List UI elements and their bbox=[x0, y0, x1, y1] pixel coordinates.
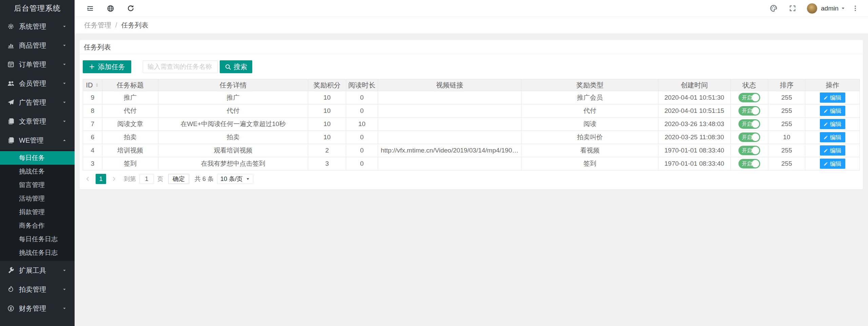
edit-button[interactable]: 编辑 bbox=[820, 132, 845, 142]
status-toggle[interactable]: 开启 bbox=[738, 159, 760, 168]
palette-icon bbox=[770, 4, 777, 12]
sidebar-subitem[interactable]: 捐款管理 bbox=[0, 205, 75, 219]
language-globe-button[interactable] bbox=[100, 0, 121, 17]
column-header: 任务详情 bbox=[158, 79, 308, 91]
main-column: admin 任务管理 / 任务列表 任务列表 添加任务 bbox=[75, 0, 868, 326]
sidebar-subitem[interactable]: 每日任务日志 bbox=[0, 232, 75, 246]
sidebar-item-auction[interactable]: 拍卖管理 bbox=[0, 280, 75, 299]
refresh-button[interactable] bbox=[121, 0, 141, 17]
sidebar-subitem[interactable]: 活动管理 bbox=[0, 192, 75, 205]
breadcrumb-task-management[interactable]: 任务管理 bbox=[84, 21, 111, 30]
cell-created-time: 1970-01-01 08:33:40 bbox=[658, 144, 730, 157]
more-menu-button[interactable] bbox=[845, 0, 861, 17]
cell-duration: 10 bbox=[346, 118, 378, 131]
collapse-sidebar-button[interactable] bbox=[80, 0, 100, 17]
sidebar-item-orders[interactable]: 订单管理 bbox=[0, 55, 75, 74]
edit-label: 编辑 bbox=[830, 134, 842, 141]
avatar[interactable] bbox=[807, 3, 817, 14]
status-toggle[interactable]: 开启 bbox=[738, 146, 760, 155]
cell-video-link bbox=[378, 91, 521, 104]
edit-button[interactable]: 编辑 bbox=[820, 159, 845, 169]
sidebar-item-goods[interactable]: 商品管理 bbox=[0, 36, 75, 55]
status-toggle-label: 开启 bbox=[742, 95, 752, 101]
select-caret-icon-svg bbox=[246, 177, 250, 181]
sidebar-subitem[interactable]: 商务合作 bbox=[0, 219, 75, 232]
edit-button[interactable]: 编辑 bbox=[820, 93, 845, 103]
sidebar-subitem[interactable]: 留言管理 bbox=[0, 178, 75, 192]
column-header: 排序 bbox=[768, 79, 805, 91]
yen-icon bbox=[7, 305, 14, 312]
table-row: 9推广推广100推广会员2020-04-01 10:51:30开启255编辑 bbox=[83, 91, 860, 104]
status-toggle[interactable]: 开启 bbox=[738, 106, 760, 116]
cell-created-time: 2020-03-25 11:08:30 bbox=[658, 131, 730, 144]
cell-actions: 编辑 bbox=[805, 157, 860, 170]
theme-palette-button[interactable] bbox=[764, 0, 783, 17]
cell-sort: 255 bbox=[768, 118, 805, 131]
goto-page-input[interactable] bbox=[139, 174, 154, 184]
sidebar-subitem[interactable]: 每日任务 bbox=[0, 151, 75, 165]
cell-sort: 255 bbox=[768, 144, 805, 157]
cell-status: 开启 bbox=[730, 91, 768, 104]
content-area: 任务列表 添加任务 搜索 bbox=[75, 34, 868, 326]
cell-status: 开启 bbox=[730, 144, 768, 157]
sidebar-item-ads[interactable]: 广告管理 bbox=[0, 93, 75, 112]
add-task-button[interactable]: 添加任务 bbox=[83, 60, 131, 73]
collapse-icon bbox=[86, 5, 94, 12]
pagination-prev-button[interactable] bbox=[83, 174, 92, 184]
sort-toggle[interactable] bbox=[95, 83, 99, 87]
sidebar-item-finance[interactable]: 财务管理 bbox=[0, 299, 75, 318]
pagination-next-button[interactable] bbox=[110, 174, 118, 184]
sidebar-item-system[interactable]: 系统管理 bbox=[0, 17, 75, 36]
sidebar-item-label: 文章管理 bbox=[19, 117, 62, 126]
cell-detail: 观看培训视频 bbox=[158, 144, 308, 157]
cell-actions: 编辑 bbox=[805, 91, 860, 104]
sidebar-item-articles[interactable]: 文章管理 bbox=[0, 112, 75, 131]
chevron-down-icon bbox=[62, 268, 66, 272]
cell-sort: 255 bbox=[768, 104, 805, 118]
card-body: 添加任务 搜索 bbox=[80, 54, 863, 189]
column-header: 创建时间 bbox=[658, 79, 730, 91]
user-dropdown-caret-icon[interactable] bbox=[841, 6, 845, 11]
fullscreen-button[interactable] bbox=[783, 0, 802, 17]
chevron-down-icon bbox=[62, 24, 66, 28]
table-row: 3签到在我有梦想中点击签到30签到1970-01-01 08:33:40开启25… bbox=[83, 157, 860, 170]
sidebar-subitem[interactable]: 挑战任务 bbox=[0, 165, 75, 178]
cell-video-link: http://vfx.mtime.cn/Video/2019/03/14/mp4… bbox=[378, 144, 521, 157]
cell-reward-type: 代付 bbox=[521, 104, 658, 118]
app-root: 后台管理系统 系统管理商品管理订单管理会员管理广告管理文章管理WE管理每日任务挑… bbox=[0, 0, 868, 326]
wrench-icon bbox=[7, 267, 14, 274]
status-toggle[interactable]: 开启 bbox=[738, 119, 760, 129]
username[interactable]: admin bbox=[821, 5, 839, 12]
sidebar-item-label: 财务管理 bbox=[19, 304, 62, 313]
globe-icon bbox=[107, 5, 114, 12]
cell-points: 10 bbox=[308, 118, 346, 131]
sidebar-item-label: WE管理 bbox=[19, 136, 62, 145]
edit-button[interactable]: 编辑 bbox=[820, 119, 845, 129]
sidebar-item-members[interactable]: 会员管理 bbox=[0, 74, 75, 93]
task-list-card: 任务列表 添加任务 搜索 bbox=[80, 40, 863, 189]
column-header: 阅读时长 bbox=[346, 79, 378, 91]
column-header: 奖励积分 bbox=[308, 79, 346, 91]
per-page-select[interactable]: 10 条/页 bbox=[217, 174, 253, 184]
plus-icon bbox=[89, 64, 95, 70]
chevron-up-icon bbox=[62, 138, 66, 142]
search-button[interactable]: 搜索 bbox=[220, 60, 252, 73]
sidebar-item-tools[interactable]: 扩展工具 bbox=[0, 261, 75, 280]
edit-button[interactable]: 编辑 bbox=[820, 145, 845, 156]
task-table: ID任务标题任务详情奖励积分阅读时长视频链接奖励类型创建时间状态排序操作 9推广… bbox=[83, 79, 860, 170]
goto-confirm-button[interactable]: 确定 bbox=[168, 174, 189, 184]
cell-id: 6 bbox=[83, 131, 102, 144]
chevron-down-icon bbox=[62, 306, 66, 310]
sidebar-subitem[interactable]: 挑战任务日志 bbox=[0, 246, 75, 260]
cell-video-link bbox=[378, 104, 521, 118]
cell-created-time: 2020-04-01 10:51:15 bbox=[658, 104, 730, 118]
search-input[interactable] bbox=[143, 60, 218, 73]
dots-icon bbox=[852, 5, 859, 12]
status-toggle[interactable]: 开启 bbox=[738, 133, 760, 142]
table-row: 6拍卖拍卖100拍卖叫价2020-03-25 11:08:30开启10编辑 bbox=[83, 131, 860, 144]
edit-button[interactable]: 编辑 bbox=[820, 106, 845, 116]
sidebar-item-we[interactable]: WE管理 bbox=[0, 131, 75, 150]
chevron-down-icon bbox=[62, 62, 66, 66]
status-toggle[interactable]: 开启 bbox=[738, 93, 760, 102]
pagination-page-1[interactable]: 1 bbox=[96, 174, 106, 184]
